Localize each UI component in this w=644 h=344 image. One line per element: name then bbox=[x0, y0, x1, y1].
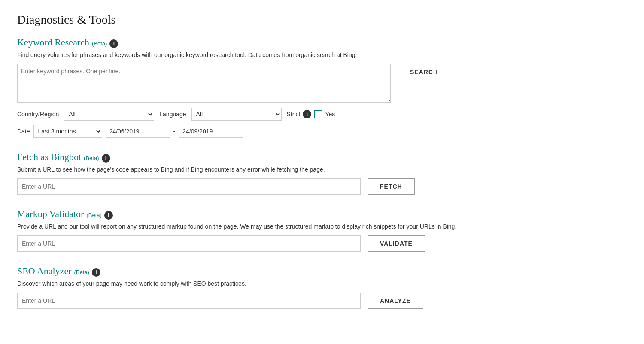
fetch-bingbot-header: Fetch as Bingbot (Beta) i bbox=[17, 151, 627, 163]
strict-section: Strict i Yes bbox=[287, 110, 335, 118]
page-title: Diagnostics & Tools bbox=[17, 13, 627, 27]
seo-analyzer-url-row: ANALYZE bbox=[17, 293, 627, 309]
keyword-research-title: Keyword Research bbox=[17, 37, 89, 48]
date-row: Date Last 3 months - bbox=[17, 125, 627, 138]
seo-analyzer-url-input[interactable] bbox=[17, 293, 361, 309]
keyword-research-section: Keyword Research (Beta) i Find query vol… bbox=[17, 37, 627, 138]
country-label: Country/Region bbox=[17, 111, 59, 118]
markup-validator-url-row: VALIDATE bbox=[17, 235, 627, 252]
keyword-research-beta: (Beta) bbox=[92, 40, 107, 47]
language-select[interactable]: All bbox=[191, 108, 282, 121]
search-button[interactable]: SEARCH bbox=[398, 64, 450, 80]
date-to-input[interactable] bbox=[179, 125, 243, 138]
markup-validator-section: Markup Validator (Beta) i Provide a URL … bbox=[17, 208, 627, 252]
seo-analyzer-beta: (Beta) bbox=[74, 269, 89, 275]
markup-validator-description: Provide a URL and our tool will report o… bbox=[17, 222, 627, 231]
markup-validator-header: Markup Validator (Beta) i bbox=[17, 208, 627, 220]
seo-analyzer-title: SEO Analyzer bbox=[17, 266, 71, 277]
fetch-bingbot-info-icon[interactable]: i bbox=[102, 154, 110, 163]
markup-validator-title: Markup Validator bbox=[17, 208, 84, 220]
markup-validator-info-icon[interactable]: i bbox=[104, 211, 113, 220]
date-separator: - bbox=[173, 128, 176, 135]
date-label: Date bbox=[17, 128, 30, 135]
strict-info-icon[interactable]: i bbox=[303, 110, 311, 118]
keyword-research-info-icon[interactable]: i bbox=[109, 39, 118, 48]
strict-label: Strict bbox=[287, 111, 301, 118]
fetch-bingbot-description: Submit a URL to see how the page's code … bbox=[17, 165, 627, 174]
analyze-button[interactable]: ANALYZE bbox=[368, 293, 423, 309]
yes-label: Yes bbox=[325, 111, 335, 118]
keyword-textarea[interactable] bbox=[17, 64, 391, 103]
fetch-bingbot-url-input[interactable] bbox=[17, 178, 361, 195]
markup-validator-url-input[interactable] bbox=[17, 235, 361, 252]
keyword-research-header: Keyword Research (Beta) i bbox=[17, 37, 627, 48]
fetch-bingbot-beta: (Beta) bbox=[84, 155, 99, 161]
date-range-select[interactable]: Last 3 months bbox=[33, 125, 102, 138]
strict-checkbox[interactable] bbox=[314, 110, 322, 118]
fetch-bingbot-url-row: FETCH bbox=[17, 178, 627, 195]
validate-button[interactable]: VALIDATE bbox=[368, 235, 425, 252]
date-from-input[interactable] bbox=[106, 125, 170, 138]
seo-analyzer-description: Discover which areas of your page may ne… bbox=[17, 279, 627, 288]
keyword-input-area: SEARCH bbox=[17, 64, 627, 103]
filters-row: Country/Region All Language All Strict i… bbox=[17, 108, 627, 121]
language-label: Language bbox=[159, 111, 186, 118]
seo-analyzer-info-icon[interactable]: i bbox=[92, 268, 100, 277]
fetch-bingbot-section: Fetch as Bingbot (Beta) i Submit a URL t… bbox=[17, 151, 627, 195]
keyword-research-description: Find query volumes for phrases and keywo… bbox=[17, 51, 627, 60]
markup-validator-beta: (Beta) bbox=[86, 212, 101, 218]
country-select[interactable]: All bbox=[64, 108, 154, 121]
seo-analyzer-section: SEO Analyzer (Beta) i Discover which are… bbox=[17, 266, 627, 309]
fetch-button[interactable]: FETCH bbox=[368, 178, 415, 195]
seo-analyzer-header: SEO Analyzer (Beta) i bbox=[17, 266, 627, 277]
fetch-bingbot-title: Fetch as Bingbot bbox=[17, 151, 81, 163]
